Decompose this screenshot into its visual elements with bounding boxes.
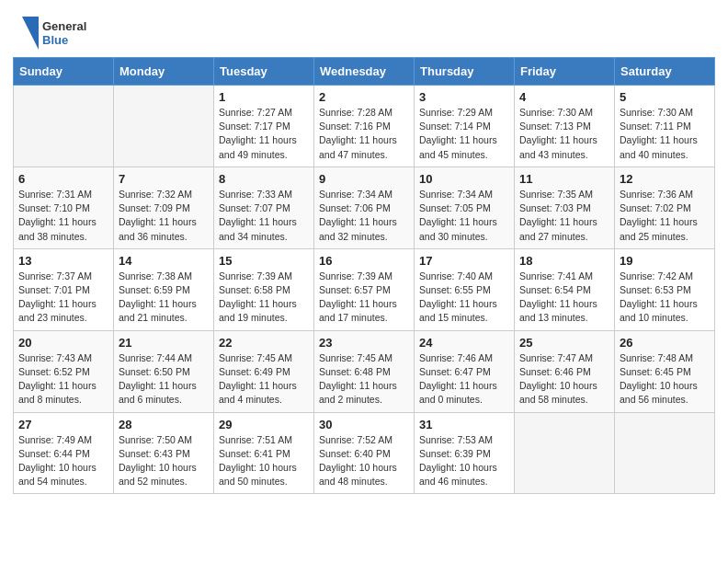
- day-info: Sunrise: 7:31 AMSunset: 7:10 PMDaylight:…: [18, 188, 108, 244]
- day-number: 12: [620, 172, 710, 186]
- day-number: 5: [620, 90, 710, 104]
- day-info: Sunrise: 7:40 AMSunset: 6:55 PMDaylight:…: [419, 270, 509, 326]
- day-cell: 21Sunrise: 7:44 AMSunset: 6:50 PMDayligh…: [114, 330, 214, 412]
- header-monday: Monday: [114, 58, 214, 86]
- calendar-wrapper: SundayMondayTuesdayWednesdayThursdayFrid…: [0, 57, 728, 507]
- day-cell: 30Sunrise: 7:52 AMSunset: 6:40 PMDayligh…: [314, 412, 415, 494]
- day-info: Sunrise: 7:51 AMSunset: 6:41 PMDaylight:…: [219, 433, 309, 489]
- day-number: 17: [419, 254, 509, 268]
- header-sunday: Sunday: [14, 58, 114, 86]
- day-cell: [515, 412, 615, 494]
- day-number: 16: [319, 254, 409, 268]
- day-info: Sunrise: 7:29 AMSunset: 7:14 PMDaylight:…: [419, 106, 509, 162]
- day-info: Sunrise: 7:39 AMSunset: 6:58 PMDaylight:…: [219, 270, 309, 326]
- day-number: 22: [219, 336, 309, 350]
- day-cell: 9Sunrise: 7:34 AMSunset: 7:06 PMDaylight…: [314, 167, 415, 248]
- day-cell: 26Sunrise: 7:48 AMSunset: 6:45 PMDayligh…: [615, 330, 715, 412]
- day-number: 31: [419, 418, 509, 431]
- day-number: 29: [219, 418, 309, 431]
- day-cell: 18Sunrise: 7:41 AMSunset: 6:54 PMDayligh…: [515, 248, 615, 330]
- day-number: 27: [18, 418, 108, 431]
- day-number: 20: [18, 336, 108, 350]
- day-number: 2: [319, 90, 409, 104]
- day-number: 15: [219, 254, 309, 268]
- week-row-5: 27Sunrise: 7:49 AMSunset: 6:44 PMDayligh…: [14, 412, 715, 494]
- day-info: Sunrise: 7:41 AMSunset: 6:54 PMDaylight:…: [519, 270, 609, 326]
- day-info: Sunrise: 7:45 AMSunset: 6:49 PMDaylight:…: [219, 351, 309, 408]
- day-cell: 14Sunrise: 7:38 AMSunset: 6:59 PMDayligh…: [114, 248, 214, 330]
- week-row-4: 20Sunrise: 7:43 AMSunset: 6:52 PMDayligh…: [14, 330, 715, 412]
- day-cell: 23Sunrise: 7:45 AMSunset: 6:48 PMDayligh…: [314, 330, 415, 412]
- logo: General Blue: [22, 17, 86, 50]
- day-number: 13: [18, 254, 108, 268]
- day-number: 25: [519, 336, 609, 350]
- week-row-2: 6Sunrise: 7:31 AMSunset: 7:10 PMDaylight…: [14, 167, 715, 248]
- day-info: Sunrise: 7:35 AMSunset: 7:03 PMDaylight:…: [519, 188, 609, 244]
- day-info: Sunrise: 7:52 AMSunset: 6:40 PMDaylight:…: [319, 433, 409, 489]
- day-cell: 3Sunrise: 7:29 AMSunset: 7:14 PMDaylight…: [415, 86, 515, 167]
- header-tuesday: Tuesday: [214, 58, 314, 86]
- day-cell: 13Sunrise: 7:37 AMSunset: 7:01 PMDayligh…: [14, 248, 114, 330]
- week-row-3: 13Sunrise: 7:37 AMSunset: 7:01 PMDayligh…: [14, 248, 715, 330]
- day-number: 6: [18, 172, 108, 186]
- calendar-table: SundayMondayTuesdayWednesdayThursdayFrid…: [13, 57, 715, 494]
- day-cell: 31Sunrise: 7:53 AMSunset: 6:39 PMDayligh…: [415, 412, 515, 494]
- day-info: Sunrise: 7:43 AMSunset: 6:52 PMDaylight:…: [18, 351, 108, 408]
- day-cell: 5Sunrise: 7:30 AMSunset: 7:11 PMDaylight…: [615, 86, 715, 167]
- day-cell: [114, 86, 214, 167]
- day-cell: 17Sunrise: 7:40 AMSunset: 6:55 PMDayligh…: [415, 248, 515, 330]
- day-number: 3: [419, 90, 509, 104]
- day-number: 14: [119, 254, 209, 268]
- header-friday: Friday: [515, 58, 615, 86]
- day-info: Sunrise: 7:30 AMSunset: 7:11 PMDaylight:…: [620, 106, 710, 162]
- day-info: Sunrise: 7:53 AMSunset: 6:39 PMDaylight:…: [419, 433, 509, 489]
- day-info: Sunrise: 7:32 AMSunset: 7:09 PMDaylight:…: [119, 188, 209, 244]
- day-cell: [14, 86, 114, 167]
- day-cell: 4Sunrise: 7:30 AMSunset: 7:13 PMDaylight…: [515, 86, 615, 167]
- day-info: Sunrise: 7:48 AMSunset: 6:45 PMDaylight:…: [620, 351, 710, 408]
- day-info: Sunrise: 7:37 AMSunset: 7:01 PMDaylight:…: [18, 270, 108, 326]
- day-number: 1: [219, 90, 309, 104]
- logo-blue: Blue: [42, 33, 86, 47]
- day-cell: 27Sunrise: 7:49 AMSunset: 6:44 PMDayligh…: [14, 412, 114, 494]
- day-info: Sunrise: 7:33 AMSunset: 7:07 PMDaylight:…: [219, 188, 309, 244]
- day-cell: 24Sunrise: 7:46 AMSunset: 6:47 PMDayligh…: [415, 330, 515, 412]
- header-saturday: Saturday: [615, 58, 715, 86]
- day-number: 26: [620, 336, 710, 350]
- day-number: 8: [219, 172, 309, 186]
- day-number: 24: [419, 336, 509, 350]
- day-number: 7: [119, 172, 209, 186]
- day-info: Sunrise: 7:46 AMSunset: 6:47 PMDaylight:…: [419, 351, 509, 408]
- day-cell: 11Sunrise: 7:35 AMSunset: 7:03 PMDayligh…: [515, 167, 615, 248]
- day-number: 21: [119, 336, 209, 350]
- day-info: Sunrise: 7:44 AMSunset: 6:50 PMDaylight:…: [119, 351, 209, 408]
- day-info: Sunrise: 7:45 AMSunset: 6:48 PMDaylight:…: [319, 351, 409, 408]
- day-number: 9: [319, 172, 409, 186]
- week-row-1: 1Sunrise: 7:27 AMSunset: 7:17 PMDaylight…: [14, 86, 715, 167]
- page-header: General Blue: [0, 0, 728, 57]
- day-number: 4: [519, 90, 609, 104]
- day-cell: 19Sunrise: 7:42 AMSunset: 6:53 PMDayligh…: [615, 248, 715, 330]
- day-cell: 7Sunrise: 7:32 AMSunset: 7:09 PMDaylight…: [114, 167, 214, 248]
- day-info: Sunrise: 7:28 AMSunset: 7:16 PMDaylight:…: [319, 106, 409, 162]
- day-number: 28: [119, 418, 209, 431]
- day-info: Sunrise: 7:39 AMSunset: 6:57 PMDaylight:…: [319, 270, 409, 326]
- day-cell: 2Sunrise: 7:28 AMSunset: 7:16 PMDaylight…: [314, 86, 415, 167]
- day-info: Sunrise: 7:34 AMSunset: 7:05 PMDaylight:…: [419, 188, 509, 244]
- header-thursday: Thursday: [415, 58, 515, 86]
- day-info: Sunrise: 7:27 AMSunset: 7:17 PMDaylight:…: [219, 106, 309, 162]
- day-number: 23: [319, 336, 409, 350]
- day-cell: 8Sunrise: 7:33 AMSunset: 7:07 PMDaylight…: [214, 167, 314, 248]
- day-cell: [615, 412, 715, 494]
- day-info: Sunrise: 7:34 AMSunset: 7:06 PMDaylight:…: [319, 188, 409, 244]
- day-cell: 29Sunrise: 7:51 AMSunset: 6:41 PMDayligh…: [214, 412, 314, 494]
- day-cell: 10Sunrise: 7:34 AMSunset: 7:05 PMDayligh…: [415, 167, 515, 248]
- day-info: Sunrise: 7:49 AMSunset: 6:44 PMDaylight:…: [18, 433, 108, 489]
- day-cell: 15Sunrise: 7:39 AMSunset: 6:58 PMDayligh…: [214, 248, 314, 330]
- calendar-header-row: SundayMondayTuesdayWednesdayThursdayFrid…: [14, 58, 715, 86]
- logo-general: General: [42, 19, 86, 33]
- day-cell: 25Sunrise: 7:47 AMSunset: 6:46 PMDayligh…: [515, 330, 615, 412]
- day-cell: 12Sunrise: 7:36 AMSunset: 7:02 PMDayligh…: [615, 167, 715, 248]
- day-number: 19: [620, 254, 710, 268]
- header-wednesday: Wednesday: [314, 58, 415, 86]
